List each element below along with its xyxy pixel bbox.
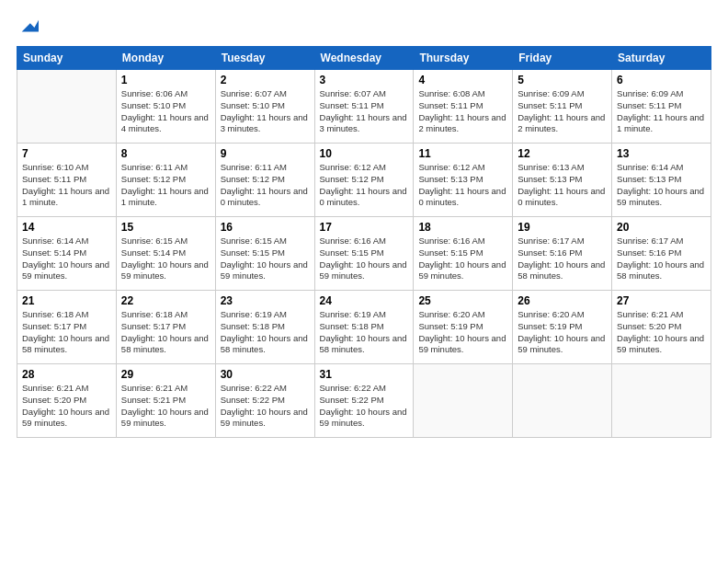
header [17,17,711,37]
day-number: 18 [418,221,507,234]
day-info: Sunrise: 6:18 AMSunset: 5:17 PMDaylight:… [121,309,210,356]
day-info: Sunrise: 6:15 AMSunset: 5:14 PMDaylight:… [121,236,210,282]
day-cell: 29Sunrise: 6:21 AMSunset: 5:21 PMDayligh… [116,364,215,438]
day-info: Sunrise: 6:21 AMSunset: 5:21 PMDaylight:… [121,383,210,430]
calendar: SundayMondayTuesdayWednesdayThursdayFrid… [17,46,711,438]
day-info: Sunrise: 6:16 AMSunset: 5:15 PMDaylight:… [418,236,507,282]
day-cell: 21Sunrise: 6:18 AMSunset: 5:17 PMDayligh… [17,291,117,364]
day-info: Sunrise: 6:18 AMSunset: 5:17 PMDaylight:… [22,309,111,356]
day-number: 25 [418,294,507,307]
day-number: 16 [221,221,310,234]
week-row-4: 21Sunrise: 6:18 AMSunset: 5:17 PMDayligh… [17,291,711,364]
day-cell: 30Sunrise: 6:22 AMSunset: 5:22 PMDayligh… [215,364,314,438]
day-cell: 14Sunrise: 6:14 AMSunset: 5:14 PMDayligh… [17,217,117,291]
day-info: Sunrise: 6:17 AMSunset: 5:16 PMDaylight:… [617,236,706,282]
day-number: 20 [617,221,706,234]
day-number: 17 [320,221,409,234]
day-info: Sunrise: 6:10 AMSunset: 5:11 PMDaylight:… [22,162,111,209]
day-info: Sunrise: 6:11 AMSunset: 5:12 PMDaylight:… [121,162,210,209]
day-number: 15 [121,221,210,234]
day-info: Sunrise: 6:15 AMSunset: 5:15 PMDaylight:… [221,236,310,282]
day-cell: 18Sunrise: 6:16 AMSunset: 5:15 PMDayligh… [414,217,513,291]
day-number: 11 [418,147,507,160]
day-cell [414,364,513,438]
day-info: Sunrise: 6:14 AMSunset: 5:14 PMDaylight:… [22,236,111,282]
week-row-3: 14Sunrise: 6:14 AMSunset: 5:14 PMDayligh… [17,217,711,291]
day-number: 26 [518,294,607,307]
day-number: 31 [320,368,409,381]
day-number: 19 [518,221,607,234]
day-info: Sunrise: 6:14 AMSunset: 5:13 PMDaylight:… [617,162,706,209]
day-number: 7 [22,147,111,160]
day-info: Sunrise: 6:17 AMSunset: 5:16 PMDaylight:… [518,236,607,282]
week-row-5: 28Sunrise: 6:21 AMSunset: 5:20 PMDayligh… [17,364,711,438]
day-cell [612,364,711,438]
day-number: 23 [221,294,310,307]
day-info: Sunrise: 6:07 AMSunset: 5:10 PMDaylight:… [221,88,310,135]
week-row-1: 1Sunrise: 6:06 AMSunset: 5:10 PMDaylight… [17,70,711,144]
day-cell: 8Sunrise: 6:11 AMSunset: 5:12 PMDaylight… [116,144,215,217]
logo [17,17,39,37]
logo-icon [18,17,39,37]
day-info: Sunrise: 6:09 AMSunset: 5:11 PMDaylight:… [617,88,706,135]
day-cell: 27Sunrise: 6:21 AMSunset: 5:20 PMDayligh… [612,291,711,364]
day-info: Sunrise: 6:19 AMSunset: 5:18 PMDaylight:… [320,309,409,356]
day-info: Sunrise: 6:22 AMSunset: 5:22 PMDaylight:… [221,383,310,430]
day-number: 4 [418,74,507,86]
day-cell: 19Sunrise: 6:17 AMSunset: 5:16 PMDayligh… [513,217,612,291]
day-cell: 31Sunrise: 6:22 AMSunset: 5:22 PMDayligh… [314,364,414,438]
day-cell: 23Sunrise: 6:19 AMSunset: 5:18 PMDayligh… [215,291,314,364]
day-info: Sunrise: 6:08 AMSunset: 5:11 PMDaylight:… [418,88,507,135]
day-cell: 28Sunrise: 6:21 AMSunset: 5:20 PMDayligh… [17,364,117,438]
day-cell: 17Sunrise: 6:16 AMSunset: 5:15 PMDayligh… [314,217,414,291]
day-number: 9 [221,147,310,160]
day-cell: 15Sunrise: 6:15 AMSunset: 5:14 PMDayligh… [116,217,215,291]
day-info: Sunrise: 6:12 AMSunset: 5:12 PMDaylight:… [320,162,409,209]
day-cell: 25Sunrise: 6:20 AMSunset: 5:19 PMDayligh… [414,291,513,364]
day-info: Sunrise: 6:06 AMSunset: 5:10 PMDaylight:… [121,88,210,135]
day-info: Sunrise: 6:09 AMSunset: 5:11 PMDaylight:… [518,88,607,135]
day-cell: 20Sunrise: 6:17 AMSunset: 5:16 PMDayligh… [612,217,711,291]
day-cell [17,70,117,144]
day-number: 30 [221,368,310,381]
svg-marker-0 [22,20,39,32]
day-info: Sunrise: 6:19 AMSunset: 5:18 PMDaylight:… [221,309,310,356]
day-number: 27 [617,294,706,307]
header-row: SundayMondayTuesdayWednesdayThursdayFrid… [17,47,711,70]
day-number: 1 [121,74,210,86]
column-header-monday: Monday [116,47,215,70]
week-row-2: 7Sunrise: 6:10 AMSunset: 5:11 PMDaylight… [17,144,711,217]
day-info: Sunrise: 6:07 AMSunset: 5:11 PMDaylight:… [320,88,409,135]
day-info: Sunrise: 6:21 AMSunset: 5:20 PMDaylight:… [617,309,706,356]
day-cell: 12Sunrise: 6:13 AMSunset: 5:13 PMDayligh… [513,144,612,217]
day-number: 8 [121,147,210,160]
day-cell: 2Sunrise: 6:07 AMSunset: 5:10 PMDaylight… [215,70,314,144]
day-cell: 24Sunrise: 6:19 AMSunset: 5:18 PMDayligh… [314,291,414,364]
day-number: 3 [320,74,409,86]
day-info: Sunrise: 6:16 AMSunset: 5:15 PMDaylight:… [320,236,409,282]
day-number: 22 [121,294,210,307]
day-info: Sunrise: 6:13 AMSunset: 5:13 PMDaylight:… [518,162,607,209]
column-header-saturday: Saturday [612,47,711,70]
day-number: 2 [221,74,310,86]
day-number: 6 [617,74,706,86]
day-info: Sunrise: 6:21 AMSunset: 5:20 PMDaylight:… [22,383,111,430]
day-cell: 10Sunrise: 6:12 AMSunset: 5:12 PMDayligh… [314,144,414,217]
day-cell: 4Sunrise: 6:08 AMSunset: 5:11 PMDaylight… [414,70,513,144]
column-header-thursday: Thursday [414,47,513,70]
day-cell: 16Sunrise: 6:15 AMSunset: 5:15 PMDayligh… [215,217,314,291]
day-number: 5 [518,74,607,86]
day-cell: 9Sunrise: 6:11 AMSunset: 5:12 PMDaylight… [215,144,314,217]
day-cell: 7Sunrise: 6:10 AMSunset: 5:11 PMDaylight… [17,144,117,217]
day-cell: 26Sunrise: 6:20 AMSunset: 5:19 PMDayligh… [513,291,612,364]
day-info: Sunrise: 6:22 AMSunset: 5:22 PMDaylight:… [320,383,409,430]
day-cell: 22Sunrise: 6:18 AMSunset: 5:17 PMDayligh… [116,291,215,364]
column-header-wednesday: Wednesday [314,47,414,70]
day-number: 12 [518,147,607,160]
day-cell: 3Sunrise: 6:07 AMSunset: 5:11 PMDaylight… [314,70,414,144]
column-header-tuesday: Tuesday [215,47,314,70]
day-number: 14 [22,221,111,234]
day-number: 13 [617,147,706,160]
day-number: 29 [121,368,210,381]
column-header-friday: Friday [513,47,612,70]
